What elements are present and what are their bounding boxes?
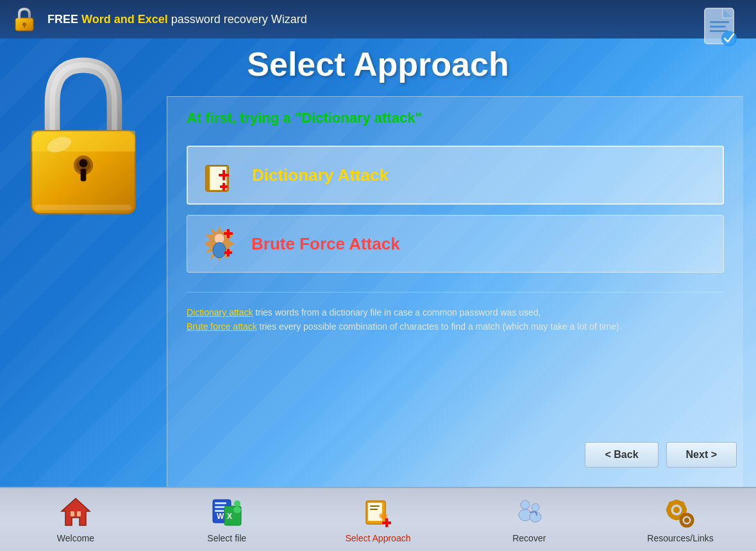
select-file-icon: W X	[210, 496, 244, 529]
page-title: Select Approach	[0, 45, 756, 83]
nav-select-file[interactable]: W X Select file	[169, 496, 285, 543]
dictionary-attack-option[interactable]: Dictionary Attack	[187, 146, 724, 205]
main-background: FREE Word and Excel password recovery Wi…	[0, 0, 756, 487]
brute-force-attack-option[interactable]: Brute Force Attack	[187, 215, 724, 273]
nav-recover[interactable]: Recover	[471, 496, 587, 543]
svg-rect-61	[683, 508, 687, 512]
svg-point-57	[673, 507, 680, 513]
svg-rect-33	[71, 511, 74, 516]
resources-icon	[664, 496, 697, 529]
nav-resources-label: Resources/Links	[647, 533, 714, 543]
nav-select-approach[interactable]: Select Approach	[320, 496, 435, 543]
back-button[interactable]: < Back	[585, 442, 658, 468]
nav-resources[interactable]: Resources/Links	[623, 496, 738, 543]
svg-point-52	[521, 500, 530, 509]
svg-rect-31	[224, 251, 232, 254]
svg-rect-7	[710, 30, 728, 32]
dictionary-attack-link[interactable]: Dictionary attack	[187, 307, 253, 318]
header-lock-icon	[10, 5, 38, 33]
svg-rect-16	[35, 205, 132, 210]
svg-rect-34	[77, 511, 81, 516]
nav-buttons: < Back Next >	[585, 442, 737, 468]
svg-point-67	[684, 518, 689, 523]
svg-rect-60	[666, 508, 670, 512]
svg-rect-29	[224, 232, 233, 235]
document-icon	[698, 5, 743, 50]
svg-point-54	[532, 504, 539, 511]
svg-point-55	[530, 512, 541, 522]
svg-rect-51	[382, 521, 391, 524]
nav-select-file-label: Select file	[207, 533, 246, 543]
nav-welcome[interactable]: Welcome	[18, 496, 133, 543]
bottom-nav: Welcome W X Select file	[0, 487, 756, 551]
dictionary-icon	[201, 156, 239, 194]
svg-point-8	[721, 31, 737, 46]
home-icon	[59, 496, 92, 529]
nav-welcome-label: Welcome	[57, 533, 94, 543]
svg-rect-6	[710, 26, 726, 28]
svg-rect-23	[220, 185, 228, 188]
svg-rect-15	[81, 169, 87, 181]
svg-rect-2	[24, 24, 25, 28]
svg-point-53	[519, 509, 532, 521]
svg-rect-5	[710, 21, 729, 23]
nav-select-approach-label: Select Approach	[346, 533, 411, 543]
svg-rect-24	[206, 165, 210, 191]
svg-rect-48	[370, 509, 378, 510]
description-text: Dictionary attack tries words from a dic…	[187, 292, 724, 334]
recover-icon	[512, 496, 546, 529]
svg-point-43	[234, 500, 240, 507]
svg-rect-47	[370, 505, 380, 507]
svg-point-44	[233, 507, 241, 513]
dictionary-attack-label: Dictionary Attack	[252, 165, 389, 185]
svg-marker-32	[62, 498, 90, 525]
svg-text:X: X	[227, 512, 232, 521]
nav-recover-label: Recover	[512, 533, 546, 543]
svg-rect-58	[675, 500, 678, 504]
header-title: FREE Word and Excel password recovery Wi…	[47, 13, 307, 26]
svg-rect-21	[219, 174, 229, 176]
brute-force-attack-label: Brute Force Attack	[251, 234, 400, 254]
content-panel: At first, trying a "Dictionary attack"	[167, 96, 743, 487]
svg-point-27	[213, 242, 226, 258]
header-bar: FREE Word and Excel password recovery Wi…	[0, 0, 756, 38]
next-button[interactable]: Next >	[666, 442, 737, 468]
svg-rect-10	[31, 131, 135, 151]
svg-rect-59	[675, 516, 678, 520]
brute-force-attack-link[interactable]: Brute force attack	[187, 321, 257, 332]
subtitle: At first, trying a "Dictionary attack"	[187, 110, 724, 126]
brute-force-icon	[200, 225, 239, 263]
svg-rect-36	[215, 502, 226, 504]
select-approach-icon	[361, 496, 394, 529]
svg-point-14	[80, 159, 88, 167]
svg-text:W: W	[217, 512, 224, 521]
